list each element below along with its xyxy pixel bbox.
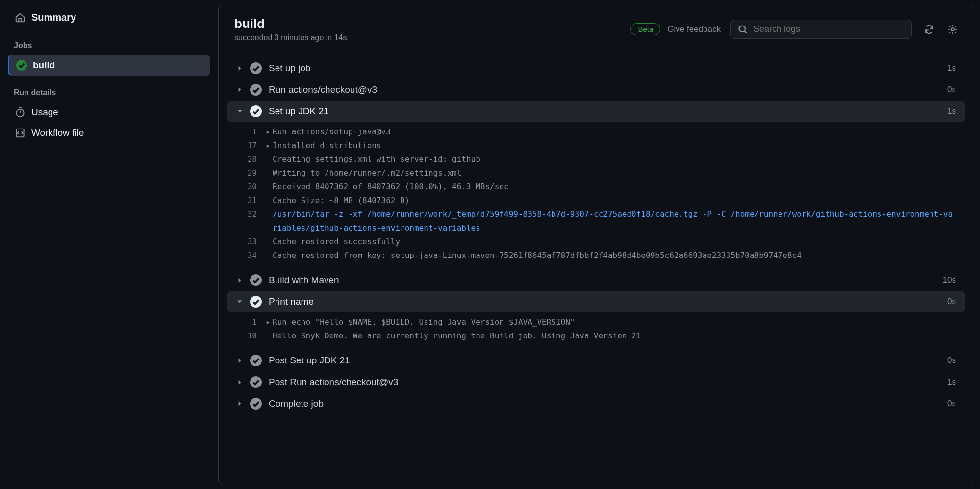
step-row[interactable]: Set up job 1s [227, 57, 965, 79]
title-block: build succeeded 3 minutes ago in 14s [234, 16, 630, 42]
workflow-file-label: Workflow file [31, 128, 84, 138]
fold-caret-icon[interactable]: ▸ [266, 125, 273, 139]
svg-point-0 [16, 60, 27, 71]
log-line[interactable]: 28 Creating settings.xml with server-id:… [227, 153, 965, 166]
line-number: 10 [236, 329, 266, 343]
fold-caret-icon[interactable]: ▸ [266, 315, 273, 329]
workflow-file-icon [15, 128, 25, 138]
main-header: build succeeded 3 minutes ago in 14s Bet… [219, 5, 974, 51]
gear-icon [947, 24, 958, 35]
step-duration: 1s [947, 377, 956, 387]
step-label: Post Set up JDK 21 [269, 355, 940, 366]
beta-badge: Beta [630, 23, 660, 35]
line-number: 1 [236, 315, 266, 329]
chevron-right-icon [236, 401, 243, 407]
svg-point-11 [250, 376, 262, 388]
chevron-right-icon [236, 358, 243, 363]
log-line[interactable]: 1 ▸ Run actions/setup-java@v3 [227, 125, 965, 139]
chevron-down-icon [236, 299, 243, 305]
step-row[interactable]: Set up JDK 21 1s [227, 101, 965, 122]
line-number: 29 [236, 166, 266, 180]
svg-point-10 [250, 355, 262, 366]
sidebar: Summary Jobs build Run details Usage Wor… [0, 0, 218, 489]
log-text: Writing to /home/runner/.m2/settings.xml [273, 166, 461, 180]
line-number: 1 [236, 125, 266, 139]
step-row[interactable]: Print name 0s [227, 291, 965, 312]
give-feedback-link[interactable]: Give feedback [667, 25, 721, 34]
svg-point-7 [250, 105, 262, 117]
step-duration: 0s [947, 85, 956, 95]
log-line[interactable]: 10 Hello Snyk Demo. We are currently run… [227, 329, 965, 343]
chevron-right-icon [236, 277, 243, 283]
svg-point-9 [250, 296, 262, 308]
chevron-right-icon [236, 87, 243, 93]
usage-link[interactable]: Usage [8, 102, 210, 123]
log-line[interactable]: 30 Received 8407362 of 8407362 (100.0%),… [227, 180, 965, 194]
header-actions [924, 24, 958, 35]
line-number: 32 [236, 207, 266, 221]
svg-point-12 [250, 398, 262, 410]
divider [8, 31, 210, 31]
log-text: Run actions/setup-java@v3 [273, 125, 391, 139]
svg-point-8 [250, 274, 262, 286]
log-text: Installed distributions [273, 139, 381, 153]
step-row[interactable]: Complete job 0s [227, 393, 965, 414]
fold-caret-icon[interactable]: ▸ [266, 139, 273, 153]
chevron-right-icon [236, 65, 243, 71]
settings-button[interactable] [947, 24, 958, 35]
success-icon [16, 60, 27, 71]
step-label: Post Run actions/checkout@v3 [269, 377, 940, 387]
step-duration: 1s [947, 106, 956, 116]
line-number: 28 [236, 153, 266, 166]
step-row[interactable]: Post Run actions/checkout@v3 1s [227, 371, 965, 393]
log-line[interactable]: 34 Cache restored from key: setup-java-L… [227, 249, 965, 262]
home-icon [15, 12, 25, 23]
step-duration: 0s [947, 399, 956, 409]
log-text: Hello Snyk Demo. We are currently runnin… [273, 329, 641, 343]
log-line[interactable]: 31 Cache Size: ~8 MB (8407362 B) [227, 194, 965, 207]
line-number: 17 [236, 139, 266, 153]
step-duration: 1s [947, 63, 956, 73]
log-text: /usr/bin/tar -z -xf /home/runner/work/_t… [273, 207, 956, 235]
summary-link[interactable]: Summary [8, 7, 210, 28]
step-row[interactable]: Build with Maven 10s [227, 269, 965, 291]
svg-point-4 [951, 27, 954, 30]
sidebar-job-build[interactable]: build [8, 55, 210, 76]
log-line[interactable]: 29 Writing to /home/runner/.m2/settings.… [227, 166, 965, 180]
step-label: Print name [269, 296, 940, 307]
log-block: 1 ▸ Run echo "Hello $NAME. $BUILD. Using… [227, 312, 965, 350]
step-duration: 0s [947, 356, 956, 365]
workflow-file-link[interactable]: Workflow file [8, 123, 210, 143]
search-input[interactable] [754, 24, 905, 34]
main-panel: build succeeded 3 minutes ago in 14s Bet… [218, 5, 974, 484]
step-duration: 0s [947, 297, 956, 307]
svg-point-3 [739, 26, 746, 32]
step-row[interactable]: Post Set up JDK 21 0s [227, 350, 965, 371]
chevron-down-icon [236, 108, 243, 114]
step-label: Set up JDK 21 [269, 106, 940, 117]
line-number: 31 [236, 194, 266, 207]
run-details-heading: Run details [8, 85, 210, 102]
log-line[interactable]: 17 ▸ Installed distributions [227, 139, 965, 153]
log-text: Cache Size: ~8 MB (8407362 B) [273, 194, 409, 207]
svg-point-5 [250, 62, 262, 74]
step-label: Complete job [269, 398, 940, 409]
jobs-heading: Jobs [8, 38, 210, 55]
svg-point-6 [250, 84, 262, 96]
step-row[interactable]: Run actions/checkout@v3 0s [227, 79, 965, 101]
chevron-right-icon [236, 379, 243, 385]
log-text: Received 8407362 of 8407362 (100.0%), 46… [273, 180, 509, 194]
refresh-button[interactable] [924, 24, 934, 35]
usage-label: Usage [31, 107, 58, 118]
search-box[interactable] [730, 20, 912, 39]
log-line[interactable]: 32 /usr/bin/tar -z -xf /home/runner/work… [227, 207, 965, 235]
steps-list: Set up job 1s Run actions/checkout@v3 0s… [219, 51, 974, 429]
refresh-icon [924, 24, 934, 35]
log-line[interactable]: 1 ▸ Run echo "Hello $NAME. $BUILD. Using… [227, 315, 965, 329]
line-number: 34 [236, 249, 266, 262]
search-icon [738, 25, 748, 34]
log-text: Cache restored from key: setup-java-Linu… [273, 249, 802, 262]
step-label: Build with Maven [269, 275, 936, 285]
step-label: Set up job [269, 63, 940, 74]
log-line[interactable]: 33 Cache restored successfully [227, 235, 965, 249]
